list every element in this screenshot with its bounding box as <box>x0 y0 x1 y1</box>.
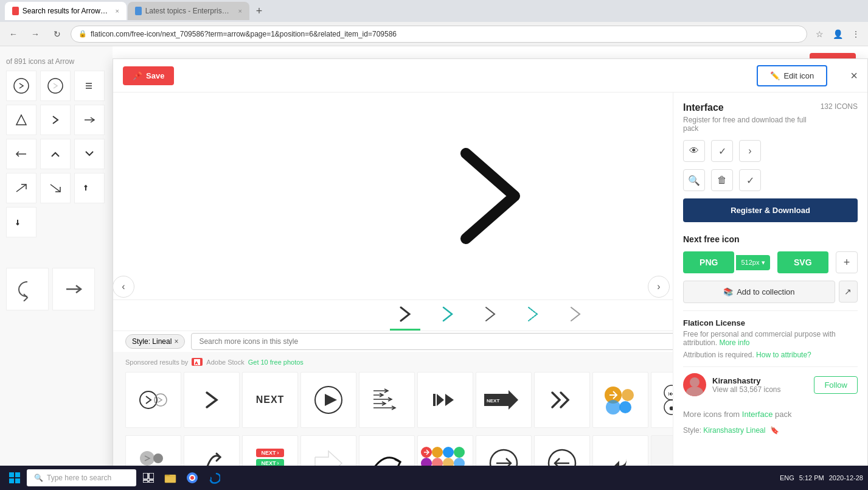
thumb-item-1[interactable] <box>390 300 420 331</box>
save-button[interactable]: 📌 Save <box>123 66 174 85</box>
style-tag-remove[interactable]: × <box>174 337 178 346</box>
bg-large-icon-2[interactable] <box>52 268 95 310</box>
pack-desc: Register for free and download the full … <box>683 116 821 133</box>
windows-start-button[interactable] <box>5 468 24 488</box>
bg-icon-10[interactable] <box>6 173 36 203</box>
checkmark-icon[interactable]: ✓ <box>739 169 761 191</box>
style-info: Style: Kiranshastry Lineal 🔖 <box>683 426 858 435</box>
edge-taskbar[interactable] <box>204 468 224 488</box>
browser-taskbar[interactable] <box>182 468 202 488</box>
how-to-attribute-link[interactable]: How to attribute? <box>756 351 811 359</box>
pack-name: Interface <box>683 102 821 113</box>
grid-item-6[interactable] <box>417 372 473 428</box>
follow-button[interactable]: Follow <box>814 376 858 394</box>
bg-icon-7[interactable] <box>6 139 36 169</box>
share-button[interactable]: ↗ <box>839 281 858 303</box>
settings-icon[interactable]: ⋮ <box>849 27 863 41</box>
grid-item-2[interactable] <box>184 372 240 428</box>
bookmark-style-icon[interactable]: 🔖 <box>770 426 779 435</box>
collection-label: Add to collection <box>737 287 794 296</box>
bg-large-icon-1[interactable] <box>6 268 49 310</box>
svg-download-button[interactable]: SVG <box>777 251 828 273</box>
grid-item-3[interactable]: NEXT <box>242 372 298 428</box>
taskbar-search-box[interactable]: 🔍 Type here to search <box>27 469 136 486</box>
tab-close-enterprise[interactable]: × <box>238 7 242 15</box>
svg-rect-58 <box>9 478 14 483</box>
next-icon-button[interactable]: › <box>648 276 670 298</box>
svg-point-55 <box>686 387 703 396</box>
style-tag-label: Style: Lineal <box>132 337 172 346</box>
arrow-next-icon[interactable]: › <box>739 140 761 162</box>
svg-marker-22 <box>445 394 454 406</box>
more-icons-from: More icons from Interface pack <box>683 410 858 419</box>
add-collection-row: 📚 Add to collection ↗ <box>683 281 858 303</box>
grid-item-8[interactable] <box>534 372 590 428</box>
new-tab-button[interactable]: + <box>251 2 268 19</box>
plus-button[interactable]: + <box>836 251 858 273</box>
thumb-item-4[interactable] <box>518 300 548 331</box>
register-download-button[interactable]: Register & Download <box>683 198 858 222</box>
free-photos-link[interactable]: Get 10 free photos <box>248 359 304 366</box>
eye-icon[interactable]: 👁 <box>683 140 705 162</box>
png-download-button[interactable]: PNG <box>683 251 734 273</box>
png-size-selector[interactable]: 512px ▾ <box>736 255 769 270</box>
svg-rect-60 <box>143 473 148 479</box>
check-icon[interactable]: ✓ <box>711 140 733 162</box>
edit-icon-label: Edit icon <box>783 71 814 80</box>
plus-icon: + <box>844 256 850 269</box>
tab-label-enterprise: Latest topics - Enterprise DNA Fo... <box>145 7 232 15</box>
more-info-link[interactable]: More info <box>719 338 749 347</box>
close-modal-button[interactable]: × <box>850 69 858 83</box>
grid-item-5[interactable] <box>359 372 415 428</box>
bg-icon-6[interactable] <box>74 105 105 135</box>
taskbar: 🔍 Type here to search ENG 5:12 PM 2020-1… <box>0 466 868 490</box>
back-button[interactable]: ← <box>5 26 22 43</box>
bg-icons-grid <box>6 71 106 169</box>
license-text-content: Free for personal and commercial purpose… <box>683 330 836 347</box>
bg-icon-11[interactable] <box>40 173 71 203</box>
profile-icon[interactable]: 👤 <box>830 27 845 41</box>
bg-icon-3[interactable] <box>74 71 105 101</box>
thumb-item-2[interactable] <box>432 300 463 331</box>
bookmark-icon[interactable]: ☆ <box>812 27 827 41</box>
author-row: Kiranshastry View all 53,567 icons Follo… <box>683 366 858 402</box>
svg-point-54 <box>690 377 700 387</box>
refresh-button[interactable]: ↻ <box>49 26 66 43</box>
bg-icon-5[interactable] <box>40 105 71 135</box>
grid-item-1[interactable] <box>125 372 181 428</box>
bg-icon-4[interactable] <box>6 105 36 135</box>
svg-marker-21 <box>437 394 444 406</box>
bg-icon-12[interactable] <box>74 173 105 203</box>
tab-favicon-enterprise <box>135 7 142 15</box>
taskbar-search-icon: 🔍 <box>34 474 43 482</box>
taskbar-search-placeholder: Type here to search <box>47 474 111 482</box>
tab-enterprise[interactable]: Latest topics - Enterprise DNA Fo... × <box>128 2 249 20</box>
edit-icon-button[interactable]: ✏️ Edit icon <box>757 65 827 86</box>
grid-item-9[interactable] <box>592 372 648 428</box>
url-input[interactable]: 🔒 flaticon.com/free-icon/next_709586?ter… <box>71 26 807 43</box>
task-view-button[interactable] <box>139 468 158 488</box>
style-link[interactable]: Kiranshastry Lineal <box>703 426 765 435</box>
trash-icon[interactable]: 🗑 <box>711 169 733 191</box>
thumb-item-3[interactable] <box>475 300 505 331</box>
site-background: flaticon Authors Icons ▾ Login Register … <box>0 46 868 490</box>
file-explorer-taskbar[interactable] <box>161 468 180 488</box>
bg-icon-2[interactable] <box>40 71 71 101</box>
bg-icon-9[interactable] <box>74 139 105 169</box>
search-icon-2[interactable]: 🔍 <box>683 169 705 191</box>
interface-pack-link[interactable]: Interface <box>742 410 773 419</box>
prev-icon-button[interactable]: ‹ <box>113 276 134 298</box>
forward-button[interactable]: → <box>27 26 44 43</box>
bg-icon-13[interactable] <box>6 207 36 237</box>
add-collection-button[interactable]: 📚 Add to collection <box>683 281 835 303</box>
thumb-item-5[interactable] <box>560 300 591 331</box>
grid-item-4[interactable] <box>300 372 356 428</box>
attribution-content: Attribution is required. <box>683 351 754 359</box>
tab-flaticon[interactable]: Search results for Arrow - Flatico... × <box>5 2 127 20</box>
grid-item-7[interactable]: NEXT <box>476 372 532 428</box>
svg-rect-63 <box>149 480 154 483</box>
tab-close-flaticon[interactable]: × <box>116 7 119 15</box>
author-avatar <box>683 373 706 396</box>
bg-icon-1[interactable] <box>6 71 36 101</box>
bg-icon-8[interactable] <box>40 139 71 169</box>
